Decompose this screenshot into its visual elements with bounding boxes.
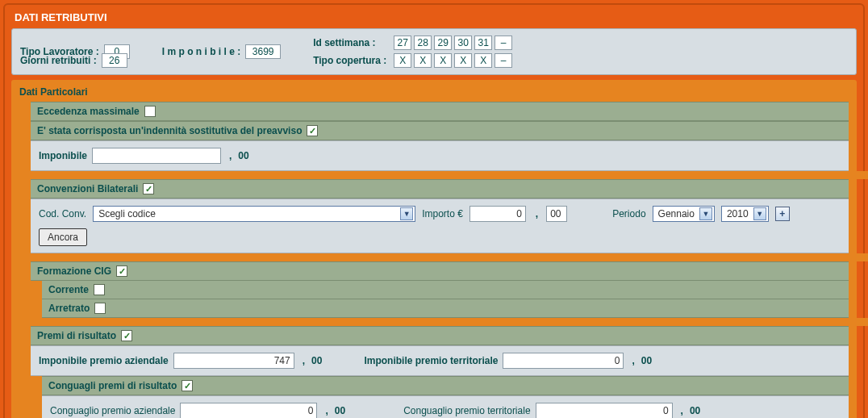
eccedenza-label: Eccedenza massimale: [37, 106, 140, 117]
formazione-label: Formazione CIG: [37, 265, 111, 277]
indennita-content: Imponibile , 00: [31, 140, 849, 171]
periodo-anno-value: 2010: [727, 208, 749, 219]
dati-particolari-title: Dati Particolari: [19, 84, 849, 102]
orange-gap: [11, 171, 868, 179]
formazione-checkbox[interactable]: ✓: [116, 265, 127, 277]
info-box: Tipo Lavoratore : 0 I m p o n i b i l e …: [11, 28, 857, 75]
week-cell: 30: [454, 36, 472, 50]
imponibile-suffix: 00: [238, 150, 248, 161]
premi-content: Imponibile premio aziendale , 00 Imponib…: [31, 345, 849, 376]
imp-premio-terr-label: Imponibile premio territoriale: [364, 355, 498, 366]
eccedenza-checkbox[interactable]: [144, 106, 156, 117]
panel-title: DATI RETRIBUTIVI: [11, 5, 857, 28]
orange-gap: [11, 253, 868, 261]
convenzioni-band: Convenzioni Bilaterali ✓: [31, 179, 849, 199]
imp-premio-terr-input[interactable]: [503, 353, 624, 369]
corrente-label: Corrente: [48, 284, 89, 295]
coverage-cell: X: [474, 53, 492, 68]
conguagli-label: Conguagli premi di risultato: [48, 380, 177, 391]
conguagli-content: Conguaglio premio aziendale , 00 Conguag…: [42, 395, 849, 418]
coverage-cell: X: [394, 53, 411, 68]
conguagli-checkbox[interactable]: ✓: [182, 380, 193, 391]
indennita-checkbox[interactable]: ✓: [307, 125, 318, 136]
chevron-down-icon: ▼: [400, 207, 413, 220]
suffix00: 00: [311, 355, 322, 366]
coverage-cell: X: [454, 53, 472, 68]
premi-checkbox[interactable]: ✓: [121, 330, 132, 341]
week-cell: 28: [414, 36, 432, 50]
week-cell: 31: [474, 36, 492, 50]
giorni-label: Giorni retribuiti :: [20, 55, 97, 66]
giorni-value: 26: [102, 53, 127, 68]
imp-premio-az-label: Imponibile premio aziendale: [39, 355, 169, 366]
indennita-band: E' stata corrisposta un'indennità sostit…: [31, 121, 849, 140]
imponibile-label: I m p o n i b i l e :: [162, 46, 240, 57]
coverage-cell: X: [434, 53, 452, 68]
orange-gap: [11, 318, 868, 326]
chevron-down-icon: ▼: [753, 207, 766, 220]
arretrato-checkbox[interactable]: [94, 303, 106, 314]
week-cell: –: [495, 36, 512, 50]
imponibile-input[interactable]: [92, 148, 221, 164]
coverage-grid: X X X X X –: [394, 53, 512, 68]
corrente-checkbox[interactable]: [94, 284, 105, 295]
cong-az-label: Conguaglio premio aziendale: [50, 405, 175, 416]
cod-conv-label: Cod. Conv.: [39, 208, 86, 219]
arretrato-label: Arretrato: [48, 303, 90, 314]
week-grid: 27 28 29 30 31 –: [394, 36, 512, 50]
week-cell: 29: [434, 36, 452, 50]
cong-az-input[interactable]: [180, 403, 317, 418]
convenzioni-label: Convenzioni Bilaterali: [37, 183, 138, 194]
eccedenza-band: Eccedenza massimale: [31, 102, 849, 121]
periodo-mese-value: Gennaio: [658, 208, 695, 219]
cod-conv-select[interactable]: Scegli codice ▼: [93, 206, 415, 222]
imponibile-field-label: Imponibile: [39, 150, 87, 161]
premi-label: Premi di risultato: [37, 330, 116, 341]
periodo-mese-select[interactable]: Gennaio ▼: [653, 206, 715, 222]
corrente-band: Corrente: [42, 280, 849, 299]
convenzioni-checkbox[interactable]: ✓: [143, 183, 154, 194]
add-button[interactable]: +: [775, 207, 790, 221]
indennita-label: E' stata corrisposta un'indennità sostit…: [37, 125, 302, 136]
coverage-cell: –: [495, 53, 512, 68]
convenzioni-content: Cod. Conv. Scegli codice ▼ Importo € , P…: [31, 199, 849, 253]
id-settimana-label: Id settimana :: [313, 37, 389, 48]
imponibile-value: 3699: [245, 44, 281, 59]
chevron-down-icon: ▼: [699, 207, 712, 220]
periodo-anno-select[interactable]: 2010 ▼: [721, 206, 769, 222]
week-cell: 27: [394, 36, 411, 50]
formazione-band: Formazione CIG ✓: [31, 261, 849, 281]
arretrato-band: Arretrato: [42, 299, 849, 318]
suffix00: 00: [690, 405, 700, 416]
premi-band: Premi di risultato ✓: [31, 326, 849, 345]
ancora-button[interactable]: Ancora: [39, 228, 87, 246]
suffix00: 00: [335, 405, 345, 416]
importo-label: Importo €: [422, 208, 463, 219]
importo-input[interactable]: [469, 206, 526, 222]
coverage-cell: X: [414, 53, 432, 68]
importo-dec-input[interactable]: [546, 206, 567, 222]
conguagli-band: Conguagli premi di risultato ✓: [42, 376, 849, 395]
tipo-copertura-label: Tipo copertura :: [313, 55, 389, 66]
cod-conv-value: Scegli codice: [98, 208, 156, 219]
imp-premio-az-input[interactable]: [173, 353, 294, 369]
section-dati-particolari: Dati Particolari Eccedenza massimale E' …: [11, 80, 857, 418]
cong-terr-label: Conguaglio premio territoriale: [403, 405, 530, 416]
suffix00: 00: [641, 355, 652, 366]
cong-terr-input[interactable]: [536, 403, 673, 418]
periodo-label: Periodo: [612, 208, 645, 219]
main-panel: DATI RETRIBUTIVI Tipo Lavoratore : 0 I m…: [3, 3, 865, 418]
